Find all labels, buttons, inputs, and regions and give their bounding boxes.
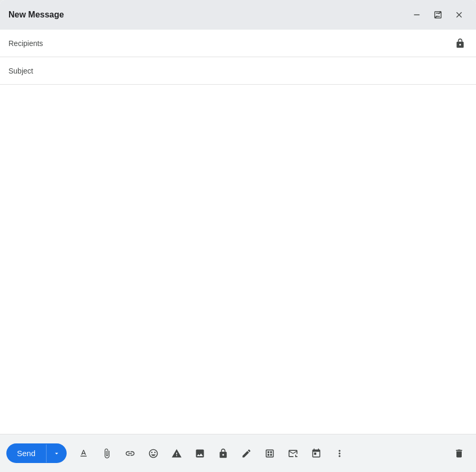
schedule-button[interactable] (282, 443, 304, 464)
confidential-lock-icon (218, 448, 228, 459)
calendar-button[interactable] (306, 443, 327, 464)
link-icon (125, 448, 135, 459)
photo-button[interactable] (189, 443, 210, 464)
lock-icon (455, 38, 465, 49)
body-area (0, 85, 476, 434)
maximize-icon (433, 10, 443, 20)
recipients-input[interactable] (45, 39, 453, 48)
more-vert-icon (334, 448, 345, 459)
window-title: New Message (8, 10, 64, 20)
template-icon (264, 448, 275, 459)
calendar-icon (311, 448, 322, 459)
emoji-icon (148, 448, 159, 459)
minimize-button[interactable] (408, 6, 425, 23)
drive-button[interactable] (166, 443, 187, 464)
trash-icon (454, 448, 464, 459)
attach-button[interactable] (96, 443, 117, 464)
send-options-button[interactable] (46, 444, 67, 462)
link-button[interactable] (120, 443, 141, 464)
photo-icon (195, 448, 205, 459)
more-options-button[interactable] (329, 443, 350, 464)
discard-button[interactable] (448, 443, 470, 464)
title-bar: New Message (0, 0, 476, 30)
subject-row (0, 57, 476, 85)
close-button[interactable] (451, 6, 468, 23)
paperclip-icon (102, 448, 112, 459)
formatting-button[interactable] (73, 443, 94, 464)
window-controls (408, 6, 468, 23)
subject-input[interactable] (8, 67, 468, 75)
mail-clock-icon (288, 448, 298, 459)
maximize-button[interactable] (429, 6, 446, 23)
close-icon (454, 10, 464, 20)
send-button-group: Send (6, 443, 67, 463)
drive-icon (171, 448, 182, 459)
chevron-down-icon (53, 450, 60, 457)
signature-icon (241, 448, 252, 459)
signature-button[interactable] (236, 443, 257, 464)
compose-toolbar: Send (0, 434, 476, 472)
text-format-icon (78, 448, 89, 459)
template-button[interactable] (259, 443, 280, 464)
body-input[interactable] (8, 91, 468, 428)
emoji-button[interactable] (143, 443, 164, 464)
send-button[interactable]: Send (6, 443, 46, 463)
compose-window: New Message Re (0, 0, 476, 472)
encrypt-button[interactable] (453, 36, 468, 51)
recipients-row: Recipients (0, 30, 476, 57)
minimize-icon (412, 10, 422, 20)
confidential-button[interactable] (213, 443, 234, 464)
recipients-label: Recipients (8, 39, 45, 48)
